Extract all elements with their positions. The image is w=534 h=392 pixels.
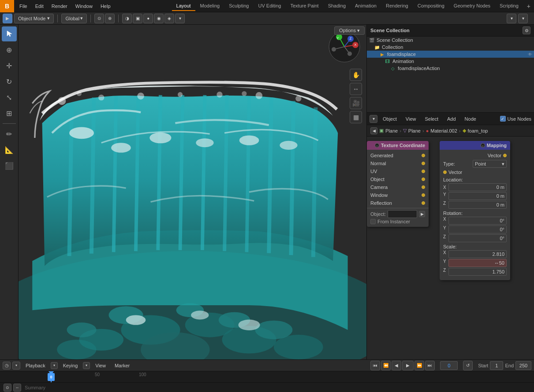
- play-btn[interactable]: ▶: [402, 361, 414, 370]
- object-field-picker[interactable]: ▶: [419, 211, 425, 217]
- 3d-viewport[interactable]: Y X Z Options ▾: [19, 25, 366, 359]
- current-frame-display[interactable]: 0: [440, 361, 458, 370]
- tab-modeling[interactable]: Modeling: [196, 1, 224, 11]
- outliner-action[interactable]: ◇ foamdisplaceAction: [367, 65, 534, 72]
- scene-select-btn[interactable]: ▾: [507, 14, 516, 23]
- node-select-menu[interactable]: Select: [421, 115, 442, 122]
- object-socket[interactable]: [422, 178, 425, 181]
- location-y-value[interactable]: 0 m: [448, 192, 507, 200]
- tab-geometry-nodes[interactable]: Geometry Nodes: [449, 1, 495, 11]
- overlay-icon[interactable]: ◑: [122, 14, 132, 23]
- timeline-marker-menu[interactable]: Marker: [111, 362, 133, 369]
- timeline-playback-arrow[interactable]: ▾: [51, 362, 58, 369]
- timeline-frame-marker[interactable]: 0: [48, 373, 55, 381]
- location-x-value[interactable]: 0 m: [448, 183, 507, 191]
- start-frame-input[interactable]: 1: [490, 361, 503, 370]
- viewport-shading-btn[interactable]: Global ▾: [61, 14, 87, 23]
- add-workspace-button[interactable]: +: [523, 2, 534, 11]
- use-nodes-toggle[interactable]: ✓ Use Nodes: [500, 116, 531, 122]
- shading-render-icon[interactable]: ◈: [164, 14, 174, 23]
- node-editor-toggle-btn[interactable]: ▾: [370, 115, 377, 123]
- measure-tool[interactable]: 📐: [2, 142, 17, 157]
- object-field-value[interactable]: [388, 210, 417, 218]
- rotate-tool[interactable]: ↻: [2, 74, 17, 89]
- camera-view-btn[interactable]: 🎥: [350, 97, 362, 109]
- mapping-collapse-btn[interactable]: –: [481, 143, 485, 148]
- breadcrumb-material[interactable]: Material.002: [430, 128, 457, 133]
- breadcrumb-plane-2[interactable]: Plane: [408, 128, 421, 133]
- outliner-foamdisplace[interactable]: ▶ foamdisplace 👁: [367, 51, 534, 58]
- tab-shading[interactable]: Shading: [324, 1, 350, 11]
- snap-icon[interactable]: ⊙: [94, 14, 104, 23]
- outliner-animation[interactable]: 🎞 Animation: [367, 58, 534, 65]
- camera-socket[interactable]: [422, 185, 425, 189]
- scale-z-value[interactable]: 1.750: [448, 268, 507, 276]
- statusbar-icon-1[interactable]: ⊙: [4, 384, 11, 392]
- node-canvas[interactable]: – Texture Coordinate Generated Normal UV: [367, 137, 534, 359]
- menu-window[interactable]: Window: [72, 3, 96, 10]
- breadcrumb-plane-1[interactable]: Plane: [385, 128, 398, 133]
- mapping-vector-in-socket[interactable]: [443, 170, 447, 174]
- tab-texture-paint[interactable]: Texture Paint: [286, 1, 323, 11]
- tab-compositing[interactable]: Compositing: [413, 1, 449, 11]
- play-back-btn[interactable]: ◀: [392, 361, 401, 370]
- loop-btn[interactable]: ↺: [463, 361, 473, 370]
- menu-edit[interactable]: Edit: [32, 3, 47, 10]
- window-socket[interactable]: [422, 193, 425, 197]
- options-dropdown-btn[interactable]: Options ▾: [334, 26, 365, 35]
- node-view-menu[interactable]: View: [402, 115, 420, 122]
- uv-socket[interactable]: [422, 170, 425, 173]
- normal-socket[interactable]: [422, 162, 425, 165]
- texture-coordinate-node[interactable]: – Texture Coordinate Generated Normal UV: [367, 141, 429, 227]
- timeline-content[interactable]: 0 50 100 0: [0, 371, 534, 382]
- reflection-socket[interactable]: [422, 201, 425, 205]
- timeline-view-menu[interactable]: View: [92, 362, 109, 369]
- annotate-tool[interactable]: ✏: [2, 126, 17, 141]
- menu-render[interactable]: Render: [48, 3, 71, 10]
- jump-end-btn[interactable]: ⏭: [425, 361, 435, 370]
- location-z-value[interactable]: 0 m: [448, 201, 507, 209]
- shading-material-icon[interactable]: ◉: [154, 14, 164, 23]
- generated-socket[interactable]: [422, 154, 425, 157]
- tab-uv-editing[interactable]: UV Editing: [254, 1, 285, 11]
- breadcrumb-foam-top[interactable]: foam_top: [468, 128, 488, 133]
- tab-animation[interactable]: Animation: [351, 1, 381, 11]
- texture-coord-collapse-btn[interactable]: –: [375, 143, 379, 148]
- timeline-mode-btn[interactable]: ◷: [3, 362, 11, 370]
- object-mode-dropdown[interactable]: Object Mode ▾: [14, 14, 54, 23]
- step-forward-btn[interactable]: ⏩: [415, 361, 424, 370]
- outliner-collection[interactable]: 📁 Collection: [367, 44, 534, 51]
- node-object-menu[interactable]: Object: [379, 115, 400, 122]
- scale-y-value[interactable]: ↔50: [448, 259, 507, 267]
- shading-other-icon[interactable]: ▾: [175, 14, 185, 23]
- move-tool[interactable]: ✛: [2, 58, 17, 73]
- node-add-menu[interactable]: Add: [444, 115, 459, 122]
- xray-icon[interactable]: ▣: [133, 14, 142, 23]
- mapping-type-select[interactable]: Point ▾: [473, 160, 507, 168]
- mapping-node[interactable]: – Mapping Vector Type: Point ▾: [440, 141, 510, 280]
- jump-start-btn[interactable]: ⏮: [370, 361, 380, 370]
- menu-help[interactable]: Help: [97, 3, 114, 10]
- tab-layout[interactable]: Layout: [172, 1, 195, 11]
- node-node-menu[interactable]: Node: [461, 115, 480, 122]
- select-tool[interactable]: [2, 26, 17, 41]
- timeline-keying-menu[interactable]: Keying: [60, 362, 82, 369]
- statusbar-icon-2[interactable]: ↔: [13, 384, 21, 392]
- render-engine-btn[interactable]: ▾: [518, 14, 528, 23]
- end-frame-input[interactable]: 250: [515, 361, 531, 370]
- use-nodes-checkbox[interactable]: ✓: [500, 116, 506, 122]
- scale-x-value[interactable]: 2.810: [448, 250, 507, 258]
- select-mode-icon[interactable]: ▶: [3, 14, 12, 23]
- mapping-vector-out-socket[interactable]: [503, 154, 507, 157]
- render-preview-btn[interactable]: ▦: [350, 111, 362, 123]
- from-instancer-checkbox[interactable]: [370, 219, 376, 224]
- timeline-playback-menu[interactable]: Playback: [22, 362, 49, 369]
- timeline-arrow-btn[interactable]: ▾: [12, 362, 20, 370]
- outliner-scene-collection[interactable]: 🎬 Scene Collection: [367, 37, 534, 44]
- rotation-x-value[interactable]: 0°: [448, 217, 507, 225]
- outliner-filter-btn[interactable]: ⚙: [523, 26, 530, 34]
- breadcrumb-back-btn[interactable]: ◀: [370, 127, 377, 134]
- cursor-tool[interactable]: ⊕: [2, 42, 17, 57]
- menu-file[interactable]: File: [16, 3, 31, 10]
- scale-tool[interactable]: ⤡: [2, 90, 17, 105]
